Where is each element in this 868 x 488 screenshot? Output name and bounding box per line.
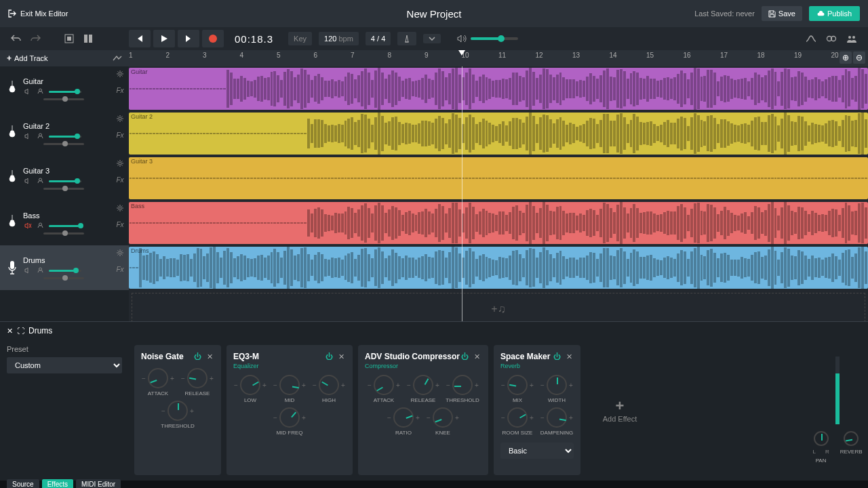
knob-mix[interactable] [507,375,528,395]
effect-close-button[interactable]: ✕ [472,352,481,361]
add-track-button[interactable]: + Add Track [7,54,48,63]
track-pan-slider[interactable] [43,143,84,145]
knob-room-size[interactable] [507,407,528,428]
track-head-drums[interactable]: Drums Fx [0,245,129,290]
effect-close-button[interactable]: ✕ [336,352,346,361]
exit-mix-editor-button[interactable]: Exit Mix Editor [8,9,68,18]
effect-close-button[interactable]: ✕ [564,352,574,361]
key-field[interactable]: Key [288,32,312,45]
reverb-knob[interactable] [844,431,859,446]
zoom-out-button[interactable]: ⊖ [853,52,865,64]
publish-button[interactable]: Publish [809,6,860,21]
effect-power-button[interactable]: ⏻ [460,352,469,361]
knob-threshold[interactable] [452,375,473,395]
mute-button[interactable] [23,131,33,141]
add-effect-button[interactable]: +Add Effect [586,345,654,475]
knob-threshold[interactable] [167,401,188,421]
solo-button[interactable] [35,131,45,141]
mute-button[interactable] [23,87,33,96]
track-head-bass[interactable]: Bass Fx [0,201,129,245]
track-settings-button[interactable] [115,159,125,168]
effect-preset-select[interactable]: Basic [500,443,574,459]
save-button[interactable]: Save [762,6,802,21]
mute-button[interactable] [23,176,33,186]
solo-button[interactable] [35,221,45,230]
crossfade-button[interactable] [804,32,818,45]
drop-zone[interactable]: +♫ [132,293,865,321]
track-pan-slider[interactable] [43,98,84,100]
track-fx-button[interactable]: Fx [116,221,123,228]
knob-mid-freq[interactable] [279,407,300,428]
knob-release[interactable] [187,368,208,388]
track-volume-slider[interactable] [49,270,81,272]
dropdown-button[interactable] [423,34,441,43]
split-view-button[interactable] [81,32,95,45]
solo-button[interactable] [35,87,45,96]
knob-dampening[interactable] [547,407,567,428]
audio-clip[interactable]: Guitar [129,68,868,110]
redo-button[interactable] [28,32,42,45]
track-volume-slider[interactable] [49,225,81,227]
audio-clip[interactable]: Guitar 3 [129,157,868,199]
knob-ratio[interactable] [393,407,414,428]
effect-close-button[interactable]: ✕ [205,352,214,361]
zoom-in-button[interactable]: ⊕ [840,52,852,64]
skip-forward-button[interactable] [178,30,199,47]
audio-clip[interactable]: Bass [129,202,868,244]
time-signature-field[interactable]: 4 / 4 [366,32,391,45]
track-volume-slider[interactable] [49,91,81,93]
collaborate-button[interactable] [845,32,859,45]
bpm-field[interactable]: 120 bpm [319,32,359,45]
effect-power-button[interactable]: ⏻ [193,352,202,361]
knob-mid[interactable] [279,375,300,395]
track-fx-button[interactable]: Fx [116,131,123,139]
knob-release[interactable] [413,375,433,395]
knob-attack[interactable] [148,368,168,388]
tab-midi[interactable]: MIDI Editor [76,479,121,488]
skip-back-button[interactable] [129,30,151,47]
track-options-button[interactable] [113,55,122,62]
track-settings-button[interactable] [115,114,125,123]
track-volume-slider[interactable] [49,180,81,182]
play-button[interactable] [153,30,175,47]
solo-button[interactable] [35,176,45,186]
track-fx-button[interactable]: Fx [116,266,123,273]
knob-attack[interactable] [374,375,394,395]
audio-clip[interactable]: Guitar 2 [129,113,868,155]
close-effects-button[interactable]: ✕ [7,327,13,336]
effect-power-button[interactable]: ⏻ [552,352,561,361]
track-pan-slider[interactable] [43,277,84,279]
loop-button[interactable] [825,32,838,45]
track-head-guitar-3[interactable]: Guitar 3 Fx [0,156,129,201]
undo-button[interactable] [9,32,23,45]
tab-source[interactable]: Source [7,479,39,488]
metronome-button[interactable] [397,32,416,45]
mute-button[interactable] [23,221,33,230]
knob-high[interactable] [319,375,339,395]
solo-button[interactable] [35,266,45,275]
track-head-guitar-2[interactable]: Guitar 2 Fx [0,111,129,156]
record-button[interactable] [202,30,224,47]
timeline-ruler[interactable]: ⊕ ⊖ 123456789101112131415161718192021 [129,50,868,66]
track-settings-button[interactable] [115,69,125,79]
mute-button[interactable] [23,266,33,275]
preset-select[interactable]: Custom [7,357,122,373]
track-settings-button[interactable] [115,248,125,258]
tab-effects[interactable]: Effects [42,479,73,488]
pan-knob[interactable] [814,431,829,446]
track-volume-slider[interactable] [49,136,81,138]
effect-power-button[interactable]: ⏻ [324,352,334,361]
audio-clip[interactable]: Drums [129,247,868,289]
track-head-guitar[interactable]: Guitar Fx [0,66,129,111]
master-volume-slider[interactable] [471,37,518,40]
knob-low[interactable] [240,375,260,395]
track-pan-slider[interactable] [43,188,84,190]
track-fx-button[interactable]: Fx [116,87,123,94]
expand-effects-button[interactable]: ⛶ [17,327,24,335]
track-fx-button[interactable]: Fx [116,176,123,184]
track-pan-slider[interactable] [43,232,84,235]
snap-button[interactable] [62,32,76,45]
knob-width[interactable] [547,375,567,395]
knob-knee[interactable] [433,407,453,428]
track-settings-button[interactable] [115,203,125,213]
